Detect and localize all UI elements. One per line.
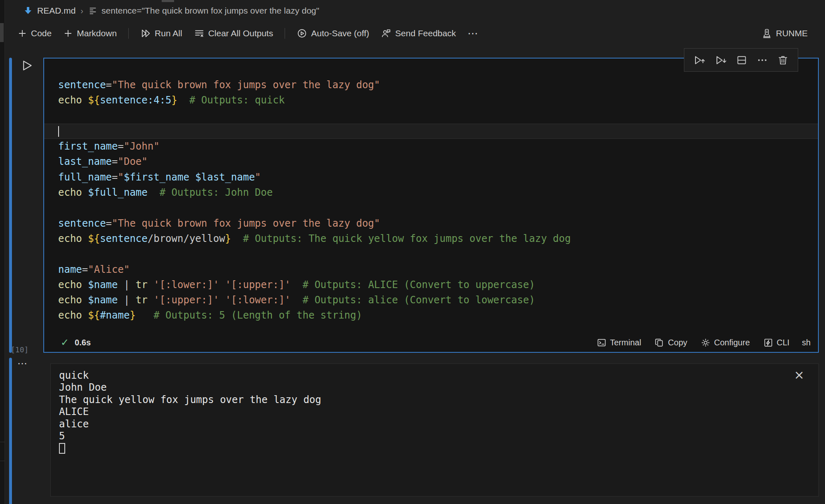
code-line[interactable]: last_name="Doe" xyxy=(58,154,818,169)
code-line[interactable]: first_name="John" xyxy=(58,139,818,154)
output-line: The quick yellow fox jumps over the lazy… xyxy=(59,394,818,406)
toolbar-divider xyxy=(285,28,285,39)
code-line[interactable]: echo ${sentence/brown/yellow} # Outputs:… xyxy=(58,231,818,246)
output-line: alice xyxy=(59,418,818,430)
code-line[interactable] xyxy=(44,124,818,139)
success-check-icon: ✓ xyxy=(61,337,69,348)
add-markdown-cell-button[interactable]: Markdown xyxy=(63,28,117,38)
output-options-button[interactable]: ⋯ xyxy=(17,358,28,369)
terminal-button[interactable]: Terminal xyxy=(596,338,641,348)
send-feedback-icon xyxy=(381,28,391,39)
copy-label: Copy xyxy=(668,338,687,347)
code-token xyxy=(219,294,225,306)
execute-cell-and-below-button[interactable] xyxy=(715,54,727,66)
code-line[interactable]: sentence="The quick brown fox jumps over… xyxy=(58,77,818,93)
markdown-file-icon xyxy=(23,6,33,16)
code-line[interactable] xyxy=(58,200,818,216)
code-token: = xyxy=(112,156,118,167)
cell-status-bar: ✓ 0.6s Terminal Copy Configure CLI sh xyxy=(44,333,818,352)
code-token xyxy=(148,279,153,291)
cell-more-actions-button[interactable] xyxy=(757,54,768,66)
code-line[interactable]: full_name="$first_name $last_name" xyxy=(58,170,818,185)
code-cell: sentence="The quick brown fox jumps over… xyxy=(43,58,819,353)
configure-label: Configure xyxy=(714,338,750,347)
code-editor[interactable]: sentence="The quick brown fox jumps over… xyxy=(44,59,818,323)
code-token: ${ xyxy=(88,309,100,321)
code-token xyxy=(148,294,153,306)
runme-badge: RUNME xyxy=(761,28,808,39)
code-token: tr xyxy=(136,279,148,291)
code-token: "Doe" xyxy=(118,156,148,167)
code-line[interactable] xyxy=(58,246,818,262)
close-output-button[interactable]: × xyxy=(794,369,804,381)
code-token: "John" xyxy=(124,141,160,152)
code-token: | xyxy=(118,294,136,306)
terminal-label: Terminal xyxy=(610,338,641,347)
code-token: } xyxy=(130,309,135,321)
add-code-label: Code xyxy=(31,28,52,38)
clear-all-outputs-button[interactable]: Clear All Outputs xyxy=(194,28,273,39)
code-line[interactable] xyxy=(58,108,818,124)
auto-save-toggle[interactable]: Auto-Save (off) xyxy=(297,28,369,39)
code-token: = xyxy=(106,218,112,229)
add-code-cell-button[interactable]: Code xyxy=(17,28,52,38)
code-token xyxy=(82,94,88,106)
cli-label: CLI xyxy=(777,338,790,347)
code-token: " xyxy=(118,171,124,183)
delete-cell-button[interactable] xyxy=(777,54,789,66)
left-strip-highlight xyxy=(0,23,4,42)
code-line[interactable]: echo $full_name # Outputs: John Doe xyxy=(58,185,818,200)
copy-button[interactable]: Copy xyxy=(654,338,687,348)
more-dots-icon: ⋯ xyxy=(467,27,478,40)
code-token: echo xyxy=(58,94,82,106)
output-line: John Doe xyxy=(59,382,818,394)
code-line[interactable]: sentence="The quick brown fox jumps over… xyxy=(58,216,818,231)
code-token: = xyxy=(112,171,118,183)
breadcrumb-file[interactable]: READ.md xyxy=(37,6,75,16)
configure-button[interactable]: Configure xyxy=(700,338,750,348)
add-markdown-label: Markdown xyxy=(77,28,117,38)
send-feedback-label: Send Feedback xyxy=(395,28,456,38)
code-line[interactable]: name="Alice" xyxy=(58,262,818,277)
code-token: $name xyxy=(88,294,118,306)
code-line[interactable]: echo ${#name} # Outputs: 5 (Length of th… xyxy=(58,308,818,323)
run-all-button[interactable]: Run All xyxy=(140,28,182,39)
code-token: '[:lower:]' xyxy=(225,294,291,306)
left-strip-divider xyxy=(0,442,5,442)
code-line[interactable]: echo $name | tr '[:lower:]' '[:upper:]' … xyxy=(58,277,818,293)
left-strip-divider xyxy=(0,461,5,461)
output-focus-bar xyxy=(9,358,12,504)
breadcrumb: READ.md › sentence="The quick brown fox … xyxy=(5,0,825,21)
text-cursor xyxy=(58,126,59,137)
code-lines: sentence="The quick brown fox jumps over… xyxy=(58,77,818,323)
language-picker[interactable]: sh xyxy=(802,338,811,347)
code-token: ${ xyxy=(88,233,100,244)
code-token: #name xyxy=(100,309,130,321)
breadcrumb-separator: › xyxy=(80,6,84,16)
code-token xyxy=(82,294,88,306)
runme-label: RUNME xyxy=(776,28,808,38)
code-token: # Outputs: ALICE (Convert to uppercase) xyxy=(291,279,535,291)
execute-above-cells-button[interactable] xyxy=(693,54,706,66)
code-token: tr xyxy=(136,294,148,306)
cli-button[interactable]: CLI xyxy=(763,338,790,348)
toolbar-more-button[interactable]: ⋯ xyxy=(467,27,478,40)
breadcrumb-cell-label[interactable]: sentence="The quick brown fox jumps over… xyxy=(101,6,319,16)
terminal-block-cursor xyxy=(59,443,65,454)
code-line[interactable]: echo $name | tr '[:upper:]' '[:lower:]' … xyxy=(58,293,818,308)
code-token: '[:upper:]' xyxy=(225,279,291,291)
code-token: "Alice" xyxy=(88,264,130,275)
code-token: '[:lower:]' xyxy=(153,279,219,291)
send-feedback-button[interactable]: Send Feedback xyxy=(381,28,456,39)
output-line: quick xyxy=(59,370,818,382)
clear-all-outputs-label: Clear All Outputs xyxy=(208,28,273,38)
code-token: " xyxy=(255,171,261,183)
split-cell-button[interactable] xyxy=(736,54,747,66)
run-cell-button[interactable] xyxy=(20,59,34,73)
execution-duration: 0.6s xyxy=(75,338,91,347)
cli-lightning-icon xyxy=(763,338,773,348)
execution-count: [10] xyxy=(11,345,28,354)
code-token: } xyxy=(172,94,177,106)
code-token: "The quick brown fox jumps over the lazy… xyxy=(112,79,380,91)
code-line[interactable]: echo ${sentence:4:5} # Outputs: quick xyxy=(58,93,818,108)
